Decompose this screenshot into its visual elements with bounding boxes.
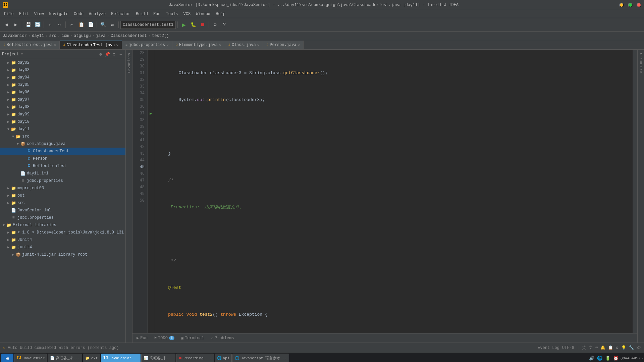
menu-tools[interactable]: Tools [163,10,181,18]
tree-item-day07[interactable]: ▶📁day07 [0,96,125,103]
status-gear[interactable]: ⚙ [616,345,618,350]
menu-view[interactable]: View [32,10,47,18]
tab-elementtype[interactable]: J ElementType.java ✕ [172,41,225,49]
help-button[interactable]: ? [220,20,229,29]
tree-item-jdbc1[interactable]: ≡jdbc.properties [0,177,125,185]
start-button[interactable]: ⊞ [1,354,13,362]
tree-item-day05[interactable]: ▶📁day05 [0,81,125,89]
tab-close-person[interactable]: ✕ [298,43,300,47]
breadcrumb-com[interactable]: com [61,34,69,38]
breadcrumb-src[interactable]: src [49,34,56,38]
tree-item-reflectiontest[interactable]: CReflectionTest [0,162,125,170]
tree-item-classloadertest[interactable]: CClassLoaderTest [0,148,125,155]
breadcrumb-test2[interactable]: test2() [152,34,169,38]
tray-network[interactable]: 🌐 [596,355,603,362]
minimize-button[interactable] [619,3,624,7]
sidebar-gear-icon[interactable]: ⚙ [111,52,117,57]
tree-item-package[interactable]: ▼📦com.atguigu.java [0,140,125,148]
code-editor[interactable]: 28 29 30 31 32 33 34 35 36 37 38 39 40 4… [132,50,637,333]
tree-item-day04[interactable]: ▶📁day04 [0,74,125,81]
menu-navigate[interactable]: Navigate [46,10,71,18]
run-tab[interactable]: ▶ Run [135,333,149,343]
menu-refactor[interactable]: Refactor [108,10,133,18]
sidebar-pin-icon[interactable]: 📌 [105,52,110,57]
tree-item-junit4[interactable]: ▶📁JUnit4 [0,236,125,244]
tab-classloadertest[interactable]: J ClassLoaderTest.java ✕ [60,41,122,49]
stop-button[interactable]: ⏹ [198,20,207,29]
tree-item-src2[interactable]: ▶📁src [0,199,125,207]
paste-button[interactable]: 📄 [86,20,95,29]
maximize-button[interactable] [628,3,633,7]
terminal-tab[interactable]: ▣ Terminal [180,333,206,343]
tab-close-classloadertest[interactable]: ✕ [116,43,119,47]
tab-reflectiontest[interactable]: J ReflectionTest.java ✕ [0,41,60,49]
back-button[interactable]: ◀ [2,20,11,29]
menu-vcs[interactable]: VCS [181,10,194,18]
copy-button[interactable]: 📋 [77,20,86,29]
problems-tab[interactable]: ⚠ Problems [210,333,235,343]
tree-item-out[interactable]: ▶📁out [0,192,125,199]
editor-area[interactable]: 28 29 30 31 32 33 34 35 36 37 38 39 40 4… [132,50,637,343]
tree-item-jdbc2[interactable]: ≡jdbc.properties [0,214,125,221]
forward-button[interactable]: ▶ [11,20,20,29]
tree-item-jdk18[interactable]: ▶📁< 1.8 > D:\developer_tools\Java\jdk1.8… [0,229,125,236]
tree-item-day09[interactable]: ▶📁day09 [0,111,125,118]
settings-button[interactable]: ⚙ [211,20,219,29]
tab-person[interactable]: J Person.java ✕ [263,41,304,49]
menu-edit[interactable]: Edit [16,10,32,18]
menu-run[interactable]: Run [151,10,163,18]
run-button[interactable]: ▶ [179,20,188,29]
taskbar-highwangu2[interactable]: 📊 高旺谷_宋... [141,354,175,362]
taskbar-ext[interactable]: 📁 ext [83,354,100,362]
tree-item-day03[interactable]: ▶📁day03 [0,66,125,74]
tree-item-day11iml[interactable]: 📄day11.iml [0,170,125,177]
breadcrumb-java[interactable]: java [96,34,106,38]
tree-item-external-libs[interactable]: ▼📁External Libraries [0,221,125,229]
tree-item-person[interactable]: CPerson [0,155,125,162]
tree-item-javasenior-iml[interactable]: 📄JavaSenior.iml [0,207,125,214]
breadcrumb-item[interactable]: JavaSenior [3,34,27,38]
gutter-37[interactable]: ▶ [148,110,154,117]
sidebar-sort-icon[interactable]: ≡ [118,52,123,57]
breadcrumb-classloadertest[interactable]: ClassLoaderTest [111,34,147,38]
taskbar-javasenior1[interactable]: IJ JavaSenior [14,354,47,362]
tab-close-class[interactable]: ✕ [257,43,260,47]
tray-sound[interactable]: 🔊 [588,355,595,362]
menu-analyze[interactable]: Analyze [86,10,108,18]
tree-item-day11[interactable]: ▼📂day11 [0,125,125,133]
taskbar-javascript-ref[interactable]: 🌐 JavaScript 语言参考... [232,354,289,362]
save-all-button[interactable]: 💾 [24,20,33,29]
event-log-label[interactable]: Event Log [538,346,559,350]
taskbar-recording[interactable]: ⏺ Recording... [176,354,214,362]
tab-close-elementtype[interactable]: ✕ [219,43,221,47]
tree-item-myproject03[interactable]: ▶📁myproject03 [0,185,125,192]
taskbar-highwangu1[interactable]: 📄 高旺谷_宋... [48,354,82,362]
close-button[interactable] [637,3,641,7]
tree-item-day02[interactable]: ▶📁day02 [0,59,125,66]
menu-build[interactable]: Build [133,10,151,18]
debug-button[interactable]: 🐛 [189,20,198,29]
breadcrumb-day11[interactable]: day11 [32,34,44,38]
tree-item-junit4-lower[interactable]: ▶📁junit4 [0,244,125,251]
todo-tab[interactable]: ⚑ TODO 6 [153,333,176,343]
tree-item-day06[interactable]: ▶📁day06 [0,89,125,96]
status-encoding[interactable]: UTF-8 [562,346,574,350]
tab-jdbc[interactable]: ≡ jdbc.properties ✕ [122,41,172,49]
sidebar-dropdown-arrow[interactable]: ▼ [21,52,23,56]
replace-button[interactable]: ⇄ [108,20,117,29]
run-config-dropdown[interactable]: ClassLoaderTest.test1 [120,21,176,29]
taskbar-api[interactable]: 🌐 api [215,354,232,362]
tab-close-jdbc[interactable]: ✕ [166,43,169,47]
tree-item-junit-jar[interactable]: ▶📦junit-4.12.jar library root [0,251,125,258]
find-button[interactable]: 🔍 [99,20,107,29]
tree-item-day08[interactable]: ▶📁day08 [0,103,125,111]
taskbar-javasenior2[interactable]: IJ JavaSenior... [101,354,141,362]
tree-item-day10[interactable]: ▶📁day10 [0,118,125,125]
right-scrollbar[interactable] [633,50,637,333]
tab-close-reflectiontest[interactable]: ✕ [54,43,56,47]
tree-item-src[interactable]: ▼📂src [0,133,125,140]
menu-help[interactable]: Help [213,10,228,18]
run-gutter-icon[interactable]: ▶ [150,111,152,116]
sidebar-settings-icon[interactable]: ⚙ [98,52,103,57]
menu-file[interactable]: File [1,10,16,18]
